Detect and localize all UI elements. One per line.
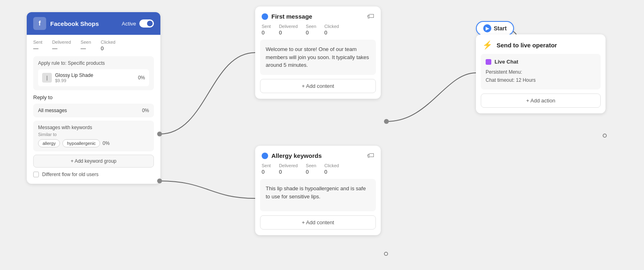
persistent-menu: Persistent Menu: xyxy=(486,69,522,75)
add-action-btn[interactable]: + Add action xyxy=(481,94,601,108)
stat-clicked: Clicked 0 xyxy=(101,40,115,51)
keywords-pct: 0% xyxy=(102,140,109,146)
fm-seen-value: 0 xyxy=(306,30,316,36)
live-info: Persistent Menu: Chat timeout: 12 Hours xyxy=(486,68,596,85)
fm-sent-value: 0 xyxy=(262,30,271,36)
first-msg-header: First message 🏷 xyxy=(255,6,381,24)
first-message-node: First message 🏷 Sent 0 Delivered 0 Seen … xyxy=(255,6,381,99)
live-title: Send to live operator xyxy=(497,42,557,49)
fb-icon: f xyxy=(33,17,46,30)
ak-sent-label: Sent xyxy=(262,163,271,168)
first-msg-content: Welcome to our store! One of our team me… xyxy=(260,40,376,75)
ak-sent-value: 0 xyxy=(262,169,271,175)
ak-clicked-value: 0 xyxy=(324,169,339,175)
stat-sent-value: — xyxy=(33,45,43,51)
product-name: Glossy Lip Shade xyxy=(55,72,93,78)
live-chat-box: Live Chat Persistent Menu: Chat timeout:… xyxy=(481,54,601,89)
allergy-dot xyxy=(262,153,268,159)
lightning-icon: ⚡ xyxy=(482,40,493,50)
start-label: Start xyxy=(494,25,507,32)
fm-clicked-value: 0 xyxy=(324,30,339,36)
keywords-conn-dot xyxy=(157,179,162,183)
fm-sent-label: Sent xyxy=(262,24,271,29)
ak-clicked-label: Clicked xyxy=(324,163,339,168)
fm-delivered-value: 0 xyxy=(279,30,298,36)
first-msg-add-content-btn[interactable]: + Add content xyxy=(260,79,376,93)
first-msg-tag-icon[interactable]: 🏷 xyxy=(367,12,374,21)
allergy-content: This lip shade is hypoallergenic and is … xyxy=(260,179,376,211)
ak-seen-value: 0 xyxy=(306,169,316,175)
fm-clicked-label: Clicked xyxy=(324,24,339,29)
different-flow-row: Different flow for old users xyxy=(33,172,154,177)
fb-stats: Sent — Delivered — Seen — Clicked 0 xyxy=(33,40,154,51)
stat-sent: Sent — xyxy=(33,40,43,51)
product-pct: 0% xyxy=(138,75,145,81)
allergy-out-dot xyxy=(384,252,388,256)
allergy-node: Allergy keywords 🏷 Sent 0 Delivered 0 Se… xyxy=(255,146,381,235)
product-icon: | xyxy=(42,73,52,83)
fb-title: Facebook Shops xyxy=(50,20,99,27)
active-toggle[interactable] xyxy=(139,19,154,28)
chat-timeout: Chat timeout: 12 Hours xyxy=(486,77,535,83)
fm-delivered-label: Delivered xyxy=(279,24,298,29)
allergy-add-content-btn[interactable]: + Add content xyxy=(260,215,376,230)
ak-delivered-value: 0 xyxy=(279,169,298,175)
keyword-section: Messages with keywords Similar to allerg… xyxy=(33,121,154,151)
livechat-label: Live Chat xyxy=(495,59,518,65)
first-msg-title: First message xyxy=(271,13,312,20)
keyword-title: Messages with keywords xyxy=(38,125,149,130)
stat-clicked-label: Clicked xyxy=(101,40,115,45)
rule-title: Apply rule to: Specific products xyxy=(38,60,149,66)
canvas: f Facebook Shops Active Sent — Delivered… xyxy=(0,0,644,270)
stat-seen-value: — xyxy=(81,45,91,51)
first-msg-out-dot xyxy=(384,119,389,124)
different-flow-checkbox[interactable] xyxy=(33,172,39,177)
stat-delivered: Delivered — xyxy=(52,40,71,51)
ak-delivered-label: Delivered xyxy=(279,163,298,168)
allergy-header: Allergy keywords 🏷 xyxy=(255,146,381,163)
rule-box: Apply rule to: Specific products | Gloss… xyxy=(33,56,154,90)
different-flow-label: Different flow for old users xyxy=(42,172,98,177)
stat-delivered-value: — xyxy=(52,45,71,51)
reply-to-label: Reply to xyxy=(33,94,154,100)
facebook-shops-node: f Facebook Shops Active Sent — Delivered… xyxy=(27,12,160,184)
live-operator-node: ⚡ Send to live operator Live Chat Persis… xyxy=(476,34,606,113)
live-header: ⚡ Send to live operator xyxy=(476,34,606,54)
livechat-dot xyxy=(486,59,491,65)
stat-clicked-value: 0 xyxy=(101,45,115,51)
active-label: Active xyxy=(122,21,136,27)
fb-body: Sent — Delivered — Seen — Clicked 0 Appl… xyxy=(27,35,160,184)
allergy-tag-icon[interactable]: 🏷 xyxy=(367,151,374,160)
all-messages-text: All messages xyxy=(38,108,67,113)
first-msg-dot xyxy=(262,13,268,20)
product-row: | Glossy Lip Shade $9.99 0% xyxy=(38,69,149,86)
similar-label: Similar to xyxy=(38,132,149,137)
add-keyword-btn[interactable]: + Add keyword group xyxy=(33,155,154,168)
keyword-row: allergy hypoallergenic 0% xyxy=(38,139,149,147)
stat-seen-label: Seen xyxy=(81,40,91,45)
stat-seen: Seen — xyxy=(81,40,91,51)
first-msg-stats: Sent 0 Delivered 0 Seen 0 Clicked 0 xyxy=(255,24,381,40)
stat-sent-label: Sent xyxy=(33,40,43,45)
start-arrow-icon: ▶ xyxy=(483,24,491,32)
allergy-title: Allergy keywords xyxy=(271,152,322,159)
fb-header: f Facebook Shops Active xyxy=(27,12,160,35)
all-messages-pct: 0% xyxy=(142,108,149,113)
product-price: $9.99 xyxy=(55,78,93,83)
fm-seen-label: Seen xyxy=(306,24,316,29)
keyword-tag-allergy: allergy xyxy=(38,139,60,147)
stat-delivered-label: Delivered xyxy=(52,40,71,45)
start-button[interactable]: ▶ Start xyxy=(476,21,514,36)
ak-seen-label: Seen xyxy=(306,163,316,168)
allergy-stats: Sent 0 Delivered 0 Seen 0 Clicked 0 xyxy=(255,163,381,179)
live-out-dot xyxy=(603,134,607,138)
all-messages-conn-dot xyxy=(157,132,162,136)
keyword-tag-hypoallergenic: hypoallergenic xyxy=(62,139,100,147)
all-messages-item[interactable]: All messages 0% xyxy=(33,104,154,117)
